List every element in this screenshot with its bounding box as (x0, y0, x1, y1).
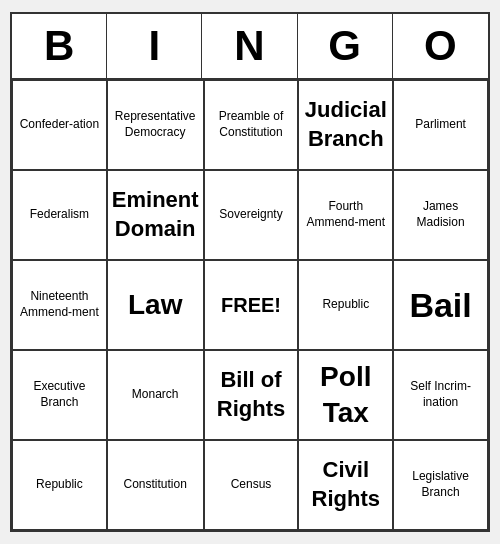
bingo-cell-12: FREE! (204, 260, 299, 350)
bingo-cell-7: Sovereignty (204, 170, 299, 260)
bingo-card: BINGO Confeder-ationRepresentative Democ… (10, 12, 490, 532)
bingo-cell-4: Parliment (393, 80, 488, 170)
bingo-cell-3: Judicial Branch (298, 80, 393, 170)
bingo-cell-19: Self Incrim-ination (393, 350, 488, 440)
bingo-cell-13: Republic (298, 260, 393, 350)
bingo-letter-g: G (298, 14, 393, 78)
bingo-cell-8: Fourth Ammend-ment (298, 170, 393, 260)
bingo-cell-23: Civil Rights (298, 440, 393, 530)
bingo-letter-b: B (12, 14, 107, 78)
bingo-cell-11: Law (107, 260, 204, 350)
bingo-cell-18: Poll Tax (298, 350, 393, 440)
bingo-cell-24: Legislative Branch (393, 440, 488, 530)
bingo-letter-i: I (107, 14, 202, 78)
bingo-cell-0: Confeder-ation (12, 80, 107, 170)
bingo-cell-1: Representative Democracy (107, 80, 204, 170)
bingo-cell-20: Republic (12, 440, 107, 530)
bingo-letter-n: N (202, 14, 297, 78)
bingo-cell-16: Monarch (107, 350, 204, 440)
bingo-cell-22: Census (204, 440, 299, 530)
bingo-cell-9: James Madision (393, 170, 488, 260)
bingo-cell-5: Federalism (12, 170, 107, 260)
bingo-cell-14: Bail (393, 260, 488, 350)
bingo-cell-2: Preamble of Constitution (204, 80, 299, 170)
bingo-cell-17: Bill of Rights (204, 350, 299, 440)
bingo-letter-o: O (393, 14, 488, 78)
bingo-header: BINGO (12, 14, 488, 80)
bingo-cell-6: Eminent Domain (107, 170, 204, 260)
bingo-cell-15: Executive Branch (12, 350, 107, 440)
bingo-grid: Confeder-ationRepresentative DemocracyPr… (12, 80, 488, 530)
bingo-cell-21: Constitution (107, 440, 204, 530)
bingo-cell-10: Nineteenth Ammend-ment (12, 260, 107, 350)
